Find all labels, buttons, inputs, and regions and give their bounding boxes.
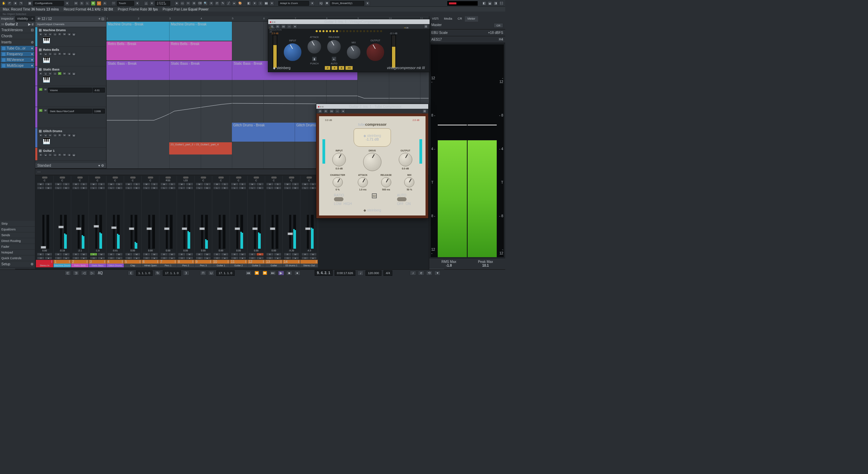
automation-param[interactable]: Static Bass-FilterCutoff	[48, 109, 92, 114]
mute-button[interactable]: M	[125, 183, 133, 186]
section-inserts[interactable]: Inserts⊘	[0, 39, 35, 45]
snap-type-icon[interactable]: ▮▮	[264, 1, 269, 6]
panel-right-icon[interactable]: ◨	[493, 1, 498, 6]
inspector-track-select[interactable]: 11Guitar 2 ▶ e	[0, 22, 35, 27]
read-button[interactable]: R	[160, 253, 168, 256]
plugin-titlebar[interactable]: ● ● ● Guitar 1: Ins. 1 - VintageCompress…	[268, 19, 430, 24]
solo-button[interactable]: S	[115, 183, 123, 186]
set-punch-icon[interactable]: ⊔	[208, 271, 214, 275]
section-sends[interactable]: Sends	[0, 232, 35, 238]
e-button[interactable]: e	[48, 52, 52, 56]
monitor-button[interactable]: ⊡	[266, 256, 274, 260]
dropdown-icon[interactable]: ▾	[150, 1, 154, 6]
mixer-channel[interactable]: R33 MS LE 0.00 RW ⊡● 7I Perc 1	[159, 176, 177, 268]
auto-switch[interactable]: AUTOOFF ON	[397, 193, 411, 206]
read-button[interactable]: R	[213, 253, 221, 256]
section-quick-controls[interactable]: Quick Controls	[0, 255, 35, 261]
r-button[interactable]: R	[275, 24, 280, 29]
automation-icon[interactable]: 〰	[111, 1, 116, 6]
locator-right-icon[interactable]: ⦘	[183, 271, 189, 275]
pan-knob[interactable]	[183, 177, 189, 179]
config-dropdown[interactable]: Configurations	[33, 1, 64, 6]
track-row[interactable]: ▦Retro Bells ●◂e⊡RW❄▤🎹	[35, 47, 106, 66]
in-button[interactable]: ⊡	[53, 33, 57, 36]
track-row[interactable]: ▦Static Bass ●◂e⊡RW❄▤🎹	[35, 66, 106, 86]
vis-count[interactable]: 👁 12 / 12 + ⊡	[35, 16, 106, 22]
input-knob[interactable]: INPUT0.0 dB	[332, 149, 346, 170]
bypass-icon[interactable]: ⊘	[318, 109, 322, 114]
e-button[interactable]: e	[48, 72, 52, 75]
read-button[interactable]: R	[107, 253, 115, 256]
mute-button[interactable]: M	[249, 183, 256, 186]
stop-button[interactable]: ■	[286, 271, 292, 275]
mix-knob[interactable]: MIX50 %	[404, 174, 414, 191]
secondary-position[interactable]: 0:00:17.626	[335, 270, 356, 276]
read-button[interactable]: R	[39, 109, 43, 112]
mixer-channel[interactable]: C MS LE 0.00 RW ⊡● 12I Guitar 3	[248, 176, 265, 268]
write-button[interactable]: W	[221, 253, 229, 256]
freeze-icon[interactable]: ❄	[67, 33, 71, 36]
insert-slot[interactable]: MultiScope▾	[1, 63, 34, 68]
monitor-button[interactable]: ⊡	[231, 256, 238, 260]
mute-button[interactable]: M	[90, 183, 97, 186]
record-enable-button[interactable]: ●	[62, 256, 70, 260]
mute-button[interactable]: M	[284, 183, 291, 186]
forward-icon[interactable]: ⏩	[262, 271, 268, 275]
write-button[interactable]: W	[62, 253, 70, 256]
channel-name[interactable]: Perc 2	[177, 264, 194, 267]
in-button[interactable]: ⊡	[53, 52, 57, 56]
section-setup[interactable]: Setup⚙	[0, 261, 35, 267]
solo-button[interactable]: S	[133, 183, 140, 186]
pointer-tool-icon[interactable]: ➤	[174, 1, 179, 6]
monitor-button[interactable]: ⊡	[125, 256, 133, 260]
write-button[interactable]: W	[274, 253, 281, 256]
lanes-icon[interactable]: ▤	[72, 52, 76, 56]
write-button[interactable]: W	[309, 253, 317, 256]
fader[interactable]	[307, 215, 309, 249]
clip[interactable]: 23_Guitar1_part_3 ♪ 23_Guitar1_part_4	[169, 142, 232, 154]
section-notepad[interactable]: Notepad	[0, 250, 35, 255]
solo-button[interactable]: S	[45, 183, 52, 186]
w-button[interactable]: W	[329, 109, 334, 114]
lanes-icon[interactable]: ▤	[72, 133, 76, 137]
fader[interactable]	[42, 215, 44, 249]
track-row[interactable]: ▦Glitch Drums ●◂e⊡RW❄▤🎹	[35, 128, 106, 148]
r-button[interactable]: R	[323, 109, 328, 114]
read-button[interactable]: R	[266, 253, 274, 256]
solo-button[interactable]: S	[79, 1, 84, 6]
section-chords[interactable]: Chords	[0, 33, 35, 39]
monitor-button[interactable]: ⊡	[301, 256, 309, 260]
pan-knob[interactable]	[201, 177, 206, 179]
listen-button[interactable]: L	[231, 186, 238, 189]
monitor-button[interactable]: ⊡	[249, 256, 256, 260]
write-button[interactable]: W	[43, 109, 47, 112]
read-button[interactable]: R	[284, 253, 291, 256]
listen-button[interactable]: L	[178, 186, 185, 189]
pan-knob[interactable]	[218, 177, 224, 179]
lanes-icon[interactable]: ▤	[72, 72, 76, 75]
write-button[interactable]: W	[239, 253, 246, 256]
read-button[interactable]: R	[90, 253, 97, 256]
mixer-channel[interactable]: L33 MS LE 0.00 RW ⊡● 8I Perc 2	[177, 176, 195, 268]
mixer-channel[interactable]: C MS LE -0.61 RW ⊡● 4I Glitch Drums	[106, 176, 124, 268]
pan-knob[interactable]	[236, 177, 241, 179]
tempo-field[interactable]: 120.000	[366, 270, 381, 276]
punch-in-icon[interactable]: ⊏	[65, 271, 71, 275]
freeze-icon[interactable]: ❄	[67, 72, 71, 75]
record-enable-button[interactable]: ●	[221, 256, 229, 260]
e-button[interactable]: e	[48, 153, 52, 157]
tab-options-icon[interactable]: ≡	[30, 16, 35, 22]
solo-button[interactable]: S	[309, 183, 317, 186]
mute-button[interactable]: ●	[39, 33, 43, 36]
mixer-channel[interactable]: C MS LE 0.00 RW ⊡● 11I Guitar 2	[230, 176, 248, 268]
panel-left-icon[interactable]: ◧	[482, 1, 487, 6]
tab-media[interactable]: Media	[441, 16, 455, 22]
write-button[interactable]: W	[80, 253, 87, 256]
insert-slot[interactable]: Tube Co...or▾	[1, 46, 34, 51]
lanes-icon[interactable]: ▤	[72, 33, 76, 36]
listen-button[interactable]: L	[266, 186, 274, 189]
grid-type[interactable]: Adapt to Zoom	[278, 1, 309, 6]
record-enable-button[interactable]: ●	[151, 256, 158, 260]
quantize-apply-icon[interactable]: ✱	[324, 1, 329, 6]
ratio-switch[interactable]: RATIOLOW HIGH	[334, 193, 352, 206]
